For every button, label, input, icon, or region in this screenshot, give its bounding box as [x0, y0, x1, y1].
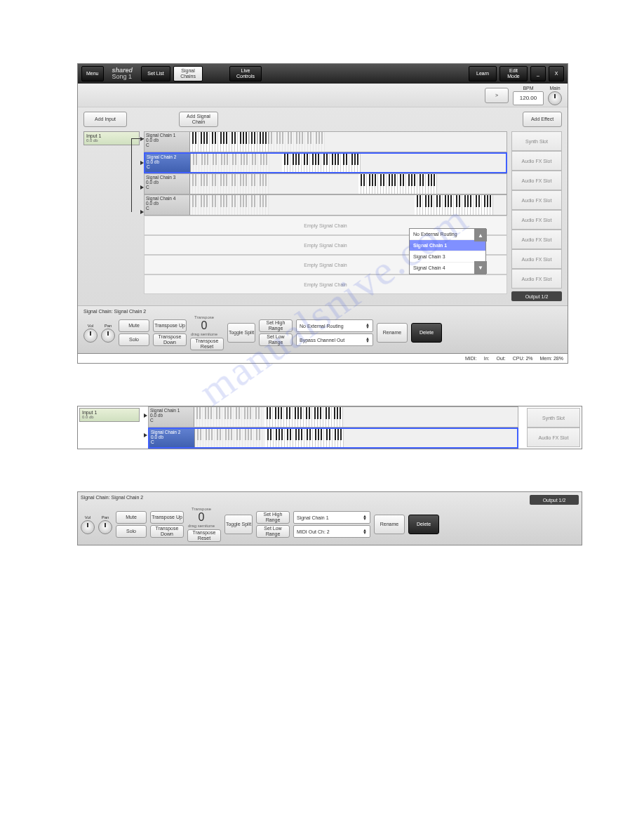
transpose-down-button[interactable]: Transpose Down — [153, 333, 187, 346]
add-input-button[interactable]: Add Input — [83, 112, 127, 127]
signal-chain-4[interactable]: Signal Chain 40.0 dbC — [144, 194, 507, 216]
section-2: Input 10.0 db Signal Chain 10.0 dbC Sign… — [77, 406, 582, 449]
set-high-range-button[interactable]: Set High Range — [256, 511, 290, 524]
fx-slot[interactable]: Audio FX Slot — [511, 171, 562, 190]
menu-button[interactable]: Menu — [81, 66, 104, 81]
toggle-split-button[interactable]: Toggle Split — [227, 323, 255, 343]
add-signal-chain-button[interactable]: Add Signal Chain — [179, 112, 218, 127]
midi-label: MIDI: — [465, 356, 477, 361]
signal-chain-1[interactable]: Signal Chain 10.0 dbC — [148, 406, 518, 428]
app-window: Menu sharedSong 1 Set List Signal Chains… — [77, 63, 568, 364]
bpm-field[interactable]: 120.00 — [513, 91, 544, 105]
synth-slot[interactable]: Synth Slot — [511, 131, 562, 151]
pan-label: Pan — [102, 515, 109, 519]
mem-label: Mem: 28% — [540, 356, 563, 361]
dd-item[interactable]: Signal Chain 1 — [410, 240, 485, 251]
transpose-reset-button[interactable]: Transpose Reset — [190, 338, 224, 350]
main-label: Main — [549, 86, 560, 91]
pan-knob[interactable] — [98, 520, 112, 534]
vol-knob[interactable] — [83, 329, 98, 343]
output-label[interactable]: Output 1/2 — [511, 291, 562, 301]
close-button[interactable]: X — [549, 66, 564, 81]
fx-slot[interactable]: Audio FX Slot — [511, 151, 562, 171]
vol-label: Vol — [85, 515, 90, 519]
signal-chain-2[interactable]: Signal Chain 20.0 dbC — [144, 152, 507, 173]
pan-label: Pan — [105, 324, 112, 328]
signal-chain-1[interactable]: Signal Chain 10.0 dbC — [144, 131, 507, 152]
tab-live-controls[interactable]: Live Controls — [229, 66, 262, 81]
empty-chain[interactable]: Empty Signal Chain — [144, 274, 507, 294]
fx-slot[interactable]: Audio FX Slot — [511, 249, 562, 269]
output-label[interactable]: Output 1/2 — [530, 495, 579, 505]
vol-knob[interactable] — [81, 520, 95, 534]
transpose-up-button[interactable]: Transpose Up — [153, 319, 187, 332]
ctrl-title: Signal Chain: Signal Chain 2 — [81, 495, 143, 503]
transpose-down-button[interactable]: Transpose Down — [150, 525, 184, 538]
transpose-up-button[interactable]: Transpose Up — [150, 511, 184, 524]
minimize-button[interactable]: _ — [530, 66, 546, 81]
signal-chain-2[interactable]: Signal Chain 20.0 dbC — [148, 428, 518, 449]
tab-setlist[interactable]: Set List — [141, 66, 170, 81]
input-1[interactable]: Input 10.0 db — [79, 408, 140, 422]
transport-bar: > BPM120.00 Main — [78, 84, 568, 107]
solo-button[interactable]: Solo — [116, 525, 147, 538]
fx-slot[interactable]: Audio FX Slot — [511, 269, 562, 289]
slots-column: Synth Slot Audio FX Slot Audio FX Slot A… — [511, 131, 562, 301]
in-label: In: — [484, 356, 490, 361]
set-low-range-button[interactable]: Set Low Range — [256, 525, 290, 538]
pan-knob[interactable] — [101, 329, 115, 343]
fx-slot[interactable]: Audio FX Slot — [511, 210, 562, 230]
synth-slot[interactable]: Synth Slot — [527, 408, 580, 428]
add-effect-button[interactable]: Add Effect — [523, 112, 562, 127]
song-title: sharedSong 1 — [107, 67, 139, 80]
signal-chain-3[interactable]: Signal Chain 30.0 dbC — [144, 173, 507, 194]
delete-button[interactable]: Delete — [411, 323, 442, 343]
transpose-display[interactable]: Transpose0drag semitone — [190, 315, 218, 336]
play-button[interactable]: > — [485, 88, 509, 103]
midi-out-select[interactable]: MIDI Out Ch: 2▲▼ — [293, 525, 370, 538]
mute-button[interactable]: Mute — [119, 319, 149, 332]
out-label: Out: — [497, 356, 506, 361]
chain-controls: Signal Chain: Signal Chain 2 Vol Pan Mut… — [78, 305, 568, 353]
fx-slot[interactable]: Audio FX Slot — [511, 190, 562, 210]
bpm-label: BPM — [523, 86, 533, 91]
toggle-split-button[interactable]: Toggle Split — [224, 515, 253, 534]
edit-mode-button[interactable]: Edit Mode — [499, 66, 528, 81]
tab-signal-chains[interactable]: Signal Chains — [173, 66, 203, 81]
main-knob[interactable] — [548, 91, 562, 105]
transpose-display[interactable]: Transpose0drag semitone — [187, 507, 215, 528]
set-high-range-button[interactable]: Set High Range — [259, 319, 293, 332]
routing-select[interactable]: No External Routing▲▼ — [296, 319, 373, 332]
mute-button[interactable]: Mute — [116, 511, 147, 524]
ctrl-title: Signal Chain: Signal Chain 2 — [83, 309, 562, 314]
routing-dropdown[interactable]: ▲ No External Routing Signal Chain 1 Sig… — [409, 228, 486, 274]
cpu-label: CPU: 2% — [513, 356, 533, 361]
status-bar: MIDI: In: Out: CPU: 2% Mem: 28% — [78, 353, 568, 363]
rename-button[interactable]: Rename — [377, 323, 408, 343]
learn-button[interactable]: Learn — [469, 66, 497, 81]
routing-select[interactable]: Signal Chain 1▲▼ — [293, 511, 370, 524]
bypass-select[interactable]: Bypass Channel Out▲▼ — [296, 333, 373, 346]
delete-button[interactable]: Delete — [408, 515, 439, 534]
section-3: Signal Chain: Signal Chain 2 Output 1/2 … — [77, 491, 582, 545]
chains-column: Signal Chain 10.0 dbC Signal Chain 20.0 … — [144, 131, 507, 301]
vol-label: Vol — [88, 324, 93, 328]
rename-button[interactable]: Rename — [374, 515, 405, 534]
fx-slot[interactable]: Audio FX Slot — [511, 230, 562, 249]
topbar: Menu sharedSong 1 Set List Signal Chains… — [78, 64, 568, 84]
set-low-range-button[interactable]: Set Low Range — [259, 333, 293, 346]
transpose-reset-button[interactable]: Transpose Reset — [187, 529, 221, 542]
solo-button[interactable]: Solo — [119, 333, 149, 346]
fx-slot[interactable]: Audio FX Slot — [527, 428, 580, 447]
